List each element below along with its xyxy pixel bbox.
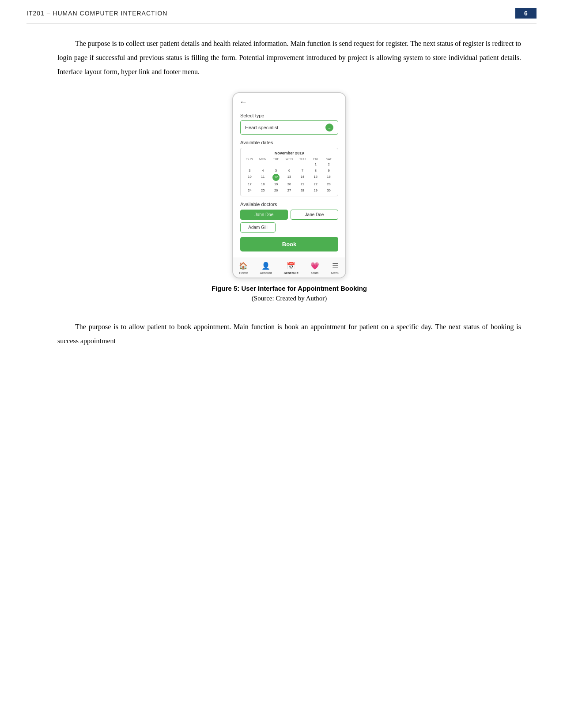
cal-day[interactable]: 29 bbox=[309, 188, 322, 193]
cal-day[interactable]: 27 bbox=[283, 188, 296, 193]
nav-label-menu: Menu bbox=[331, 271, 340, 275]
cal-day[interactable]: 25 bbox=[257, 188, 269, 193]
nav-item-menu[interactable]: ☰Menu bbox=[331, 262, 340, 275]
cal-day[interactable]: 12 bbox=[272, 174, 280, 181]
cal-day-name: WED bbox=[283, 157, 296, 161]
cal-day-name: MON bbox=[257, 157, 269, 161]
cal-day-name: FRI bbox=[309, 157, 322, 161]
book-button[interactable]: Book bbox=[240, 237, 338, 251]
nav-item-stats[interactable]: 💗Stats bbox=[310, 262, 319, 275]
page-number: 6 bbox=[515, 8, 537, 19]
cal-day[interactable]: 3 bbox=[243, 168, 256, 173]
cal-day bbox=[283, 161, 296, 167]
cal-day[interactable]: 8 bbox=[309, 168, 322, 173]
dropdown-value: Heart specialist bbox=[245, 125, 278, 130]
cal-day bbox=[296, 161, 309, 167]
phone-content: Select type Heart specialist ⌄ Available… bbox=[233, 109, 345, 258]
cal-day[interactable]: 19 bbox=[270, 181, 283, 187]
nav-icon-account: 👤 bbox=[261, 262, 270, 270]
nav-item-schedule[interactable]: 📅Schedule bbox=[284, 262, 299, 275]
cal-day[interactable]: 7 bbox=[296, 168, 309, 173]
phone-mockup: ← Select type Heart specialist ⌄ Availab… bbox=[232, 92, 346, 278]
header-title: IT201 – HUMAN COMPUTER INTERACTION bbox=[26, 10, 167, 17]
cal-day[interactable]: 22 bbox=[309, 181, 322, 187]
cal-day bbox=[257, 161, 269, 167]
available-dates-label: Available dates bbox=[240, 140, 338, 145]
cal-day[interactable]: 24 bbox=[243, 188, 256, 193]
cal-day[interactable]: 4 bbox=[257, 168, 269, 173]
cal-day[interactable]: 15 bbox=[309, 174, 322, 181]
back-arrow-icon[interactable]: ← bbox=[239, 98, 247, 107]
calendar: November 2019 SUNMONTUEWEDTHUFRISAT12345… bbox=[240, 148, 338, 196]
doctor-button-0[interactable]: John Doe bbox=[240, 210, 288, 220]
cal-day[interactable]: 17 bbox=[243, 181, 256, 187]
cal-day[interactable]: 10 bbox=[243, 174, 256, 181]
paragraph-2: The purpose is to allow patient to book … bbox=[57, 320, 521, 348]
cal-day[interactable]: 11 bbox=[257, 174, 269, 181]
dropdown-chevron-icon: ⌄ bbox=[325, 124, 333, 131]
cal-day[interactable]: 13 bbox=[283, 174, 296, 181]
select-dropdown[interactable]: Heart specialist ⌄ bbox=[240, 120, 338, 135]
cal-day[interactable]: 6 bbox=[283, 168, 296, 173]
nav-label-schedule: Schedule bbox=[284, 271, 299, 275]
figure-container: ← Select type Heart specialist ⌄ Availab… bbox=[57, 92, 521, 311]
doctor-button-1[interactable]: Jane Doe bbox=[291, 210, 338, 220]
cal-day[interactable]: 30 bbox=[322, 188, 335, 193]
figure-source: (Source: Created by Author) bbox=[252, 295, 327, 302]
doctor-button-2[interactable]: Adam Gill bbox=[240, 222, 276, 233]
cal-day bbox=[243, 161, 256, 167]
cal-day-name: SUN bbox=[243, 157, 256, 161]
cal-day-name: TUE bbox=[270, 157, 283, 161]
paragraph-1: The purpose is to collect user patient d… bbox=[57, 37, 521, 79]
cal-day[interactable]: 5 bbox=[270, 168, 283, 173]
nav-icon-home: 🏠 bbox=[239, 262, 248, 270]
cal-day[interactable]: 28 bbox=[296, 188, 309, 193]
page-header: IT201 – HUMAN COMPUTER INTERACTION 6 bbox=[0, 0, 563, 23]
cal-day[interactable]: 16 bbox=[322, 174, 335, 181]
doctors-grid: John DoeJane Doe bbox=[240, 210, 338, 220]
nav-icon-menu: ☰ bbox=[332, 262, 338, 270]
nav-icon-stats: 💗 bbox=[310, 262, 319, 270]
phone-topbar: ← bbox=[233, 93, 345, 109]
calendar-month: November 2019 bbox=[243, 151, 335, 155]
cal-day[interactable]: 23 bbox=[322, 181, 335, 187]
cal-day bbox=[270, 161, 283, 167]
cal-day[interactable]: 18 bbox=[257, 181, 269, 187]
cal-day[interactable]: 14 bbox=[296, 174, 309, 181]
nav-label-stats: Stats bbox=[311, 271, 318, 275]
figure-caption: Figure 5: User Interface for Appointment… bbox=[212, 285, 367, 292]
available-doctors-label: Available doctors bbox=[240, 202, 338, 207]
select-type-label: Select type bbox=[240, 113, 338, 118]
cal-day-name: THU bbox=[296, 157, 309, 161]
nav-item-home[interactable]: 🏠Home bbox=[239, 262, 248, 275]
phone-nav: 🏠Home👤Account📅Schedule💗Stats☰Menu bbox=[233, 258, 345, 278]
nav-item-account[interactable]: 👤Account bbox=[260, 262, 272, 275]
nav-label-home: Home bbox=[239, 271, 248, 275]
cal-day[interactable]: 9 bbox=[322, 168, 335, 173]
cal-day[interactable]: 1 bbox=[309, 161, 322, 167]
cal-day[interactable]: 2 bbox=[322, 161, 335, 167]
cal-day[interactable]: 21 bbox=[296, 181, 309, 187]
cal-day[interactable]: 20 bbox=[283, 181, 296, 187]
nav-label-account: Account bbox=[260, 271, 272, 275]
calendar-grid: SUNMONTUEWEDTHUFRISAT1234567891011121314… bbox=[243, 157, 335, 193]
cal-day[interactable]: 26 bbox=[270, 188, 283, 193]
nav-icon-schedule: 📅 bbox=[287, 262, 295, 270]
cal-day-name: SAT bbox=[322, 157, 335, 161]
content-area: The purpose is to collect user patient d… bbox=[0, 23, 563, 369]
